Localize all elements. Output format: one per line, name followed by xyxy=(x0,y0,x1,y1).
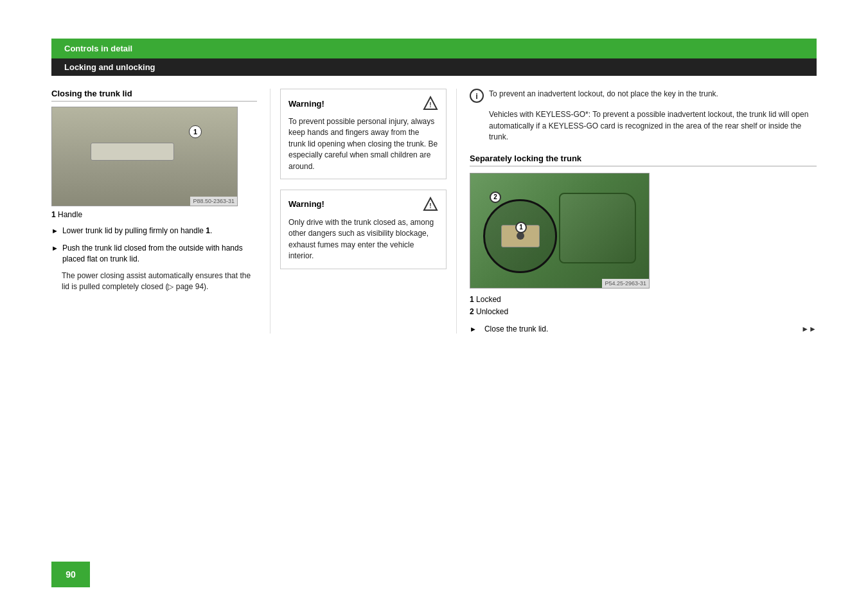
arrow-icon-1: ► xyxy=(51,226,58,236)
trunk-lock-image: 1 2 P54.25-2963-31 xyxy=(470,173,650,289)
sep-locking-title: Separately locking the trunk xyxy=(470,154,817,166)
instruction-1: ► Lower trunk lid by pulling firmly on h… xyxy=(51,226,257,236)
lock-label-1: 1 Locked xyxy=(470,294,817,306)
svg-text:!: ! xyxy=(429,202,431,209)
warning-box-2: Warning! ! Only drive with the trunk clo… xyxy=(280,190,447,269)
warning-header-1: Warning! ! xyxy=(288,96,438,111)
warning-header-2: Warning! ! xyxy=(288,197,438,212)
left-column: Closing the trunk lid 1 P88.50-2363-31 1… xyxy=(51,89,270,333)
section-header: Controls in detail xyxy=(51,39,817,58)
instruction-1-text: Lower trunk lid by pulling firmly on han… xyxy=(62,226,212,236)
arrow-icon-2: ► xyxy=(51,244,58,253)
lock-instruction-text: Close the trunk lid. xyxy=(484,324,548,333)
warning-title-1: Warning! xyxy=(288,99,324,109)
subsection-label: Locking and unlocking xyxy=(51,58,817,76)
warning-title-2: Warning! xyxy=(288,199,324,209)
instruction-2-text: Push the trunk lid closed from the outsi… xyxy=(62,243,257,265)
warning-triangle-icon-1: ! xyxy=(423,96,438,111)
closing-title: Closing the trunk lid xyxy=(51,89,257,102)
main-content: Closing the trunk lid 1 P88.50-2363-31 1… xyxy=(51,76,817,333)
info-content: To prevent an inadvertent lockout, do no… xyxy=(489,89,817,143)
handle-number: 1 xyxy=(51,210,56,219)
sub-note: The power closing assist automatically e… xyxy=(62,271,257,292)
subsection-title: Locking and unlocking xyxy=(64,62,155,72)
lock-instruction: ► Close the trunk lid. ►► xyxy=(470,324,817,333)
section-title: Controls in detail xyxy=(64,44,132,53)
warning-box-1: Warning! ! To prevent possible personal … xyxy=(280,89,447,179)
lock-image-ref: P54.25-2963-31 xyxy=(602,279,649,288)
page-number: 90 xyxy=(51,562,90,587)
info-text-2: Vehicles with KEYLESS-GO*: To prevent a … xyxy=(489,109,817,143)
warning-text-2: Only drive with the trunk closed as, amo… xyxy=(288,217,438,262)
keyhole xyxy=(517,232,524,240)
lock-label-2: 2 Unlocked xyxy=(470,306,817,318)
warning-text-1: To prevent possible personal injury, alw… xyxy=(288,116,438,172)
middle-column: Warning! ! To prevent possible personal … xyxy=(270,89,456,333)
image-ref-trunk: P88.50-2363-31 xyxy=(190,197,237,206)
handle-visual xyxy=(91,143,174,161)
right-column: i To prevent an inadvertent lockout, do … xyxy=(456,89,817,333)
double-arrow-icon: ►► xyxy=(801,324,817,333)
info-box: i To prevent an inadvertent lockout, do … xyxy=(470,89,817,143)
handle-badge: 1 xyxy=(189,125,202,138)
lock-badge-2: 2 xyxy=(490,191,501,203)
trunk-lid-image: 1 P88.50-2363-31 xyxy=(51,107,238,206)
info-text-1: To prevent an inadvertent lockout, do no… xyxy=(489,89,817,100)
instruction-2: ► Push the trunk lid closed from the out… xyxy=(51,243,257,265)
lock-arrow-icon: ► xyxy=(470,325,477,333)
lock-labels: 1 Locked 2 Unlocked xyxy=(470,294,817,318)
info-icon: i xyxy=(470,89,484,103)
car-body-visual xyxy=(559,193,636,263)
warning-triangle-icon-2: ! xyxy=(423,197,438,212)
lock-badge-1: 1 xyxy=(515,222,527,233)
svg-text:!: ! xyxy=(429,102,431,109)
handle-label: 1 Handle xyxy=(51,210,257,219)
handle-description: Handle xyxy=(58,210,82,219)
lock-circle xyxy=(483,199,557,273)
